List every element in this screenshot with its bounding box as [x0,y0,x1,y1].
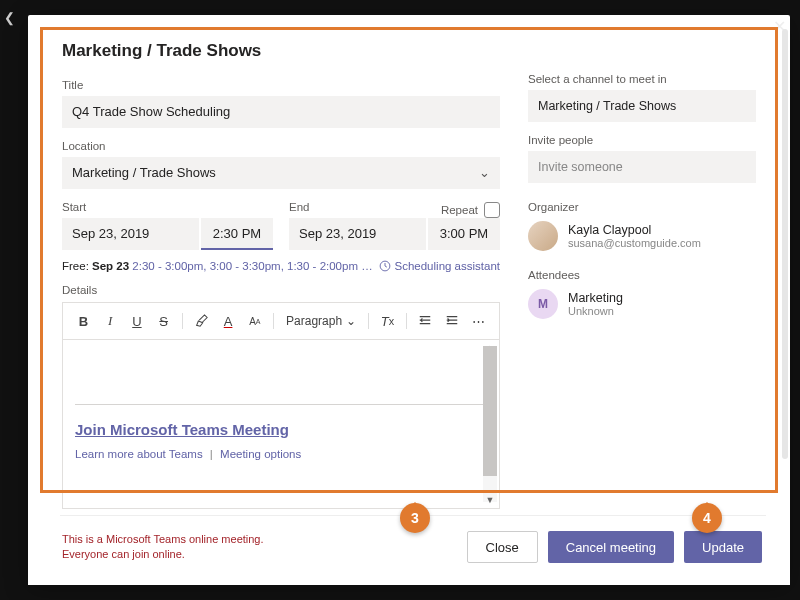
paragraph-dropdown[interactable]: Paragraph ⌄ [282,314,360,328]
learn-more-link[interactable]: Learn more about Teams [75,448,203,460]
title-input[interactable] [62,96,500,128]
back-chevron-icon: ❮ [4,10,15,25]
start-time-input[interactable] [201,218,273,250]
organizer-label: Organizer [528,201,756,213]
attendees-label: Attendees [528,269,756,281]
clock-icon [379,260,391,272]
toolbar-separator [406,313,407,329]
indent-button[interactable] [441,309,462,333]
meeting-options-link[interactable]: Meeting options [220,448,301,460]
online-meeting-note: This is a Microsoft Teams online meeting… [62,532,302,563]
attendee-avatar: M [528,289,558,319]
outdent-button[interactable] [415,309,436,333]
link-separator: | [210,448,213,460]
location-label: Location [62,140,500,152]
attendee-name: Marketing [568,291,623,305]
font-color-button[interactable]: A [218,309,239,333]
editor-scrollbar-thumb[interactable] [483,346,497,476]
channel-select[interactable]: Marketing / Trade Shows [528,90,756,122]
more-button[interactable]: ⋯ [468,309,489,333]
availability-line: Free: Sep 23 2:30 - 3:00pm, 3:00 - 3:30p… [62,260,500,272]
strike-button[interactable]: S [153,309,174,333]
editor-toolbar: B I U S A AA Paragraph ⌄ Tx ⋯ [63,303,499,340]
repeat-checkbox[interactable] [484,202,500,218]
font-size-button[interactable]: AA [244,309,265,333]
update-button[interactable]: Update [684,531,762,563]
left-column: Marketing / Trade Shows Title Location ⌄… [62,41,500,585]
italic-button[interactable]: I [100,309,121,333]
invite-input[interactable]: Invite someone [528,151,756,183]
end-label: End [289,201,309,213]
free-prefix: Free: [62,260,92,272]
scroll-down-icon[interactable]: ▼ [483,494,497,506]
free-slots[interactable]: 2:30 - 3:00pm, 3:00 - 3:30pm, 1:30 - 2:0… [132,260,372,272]
organizer-row: Kayla Claypool susana@customguide.com [528,221,756,251]
start-date-input[interactable] [62,218,199,250]
free-date: Sep 23 [92,260,129,272]
end-time-input[interactable] [428,218,500,250]
organizer-name: Kayla Claypool [568,223,701,237]
page-title: Marketing / Trade Shows [62,41,500,61]
toolbar-separator [182,313,183,329]
end-date-input[interactable] [289,218,426,250]
editor-body[interactable]: ▲ ▼ Join Microsoft Teams Meeting Learn m… [63,340,499,508]
cancel-meeting-button[interactable]: Cancel meeting [548,531,674,563]
invite-label: Invite people [528,134,756,146]
join-meeting-link[interactable]: Join Microsoft Teams Meeting [75,421,289,438]
toolbar-separator [273,313,274,329]
organizer-avatar [528,221,558,251]
details-label: Details [62,284,500,296]
details-editor: B I U S A AA Paragraph ⌄ Tx ⋯ [62,302,500,509]
attendee-row: M Marketing Unknown [528,289,756,319]
repeat-label: Repeat [441,204,478,216]
scheduling-assistant-link[interactable]: Scheduling assistant [379,260,500,272]
close-button[interactable]: Close [467,531,538,563]
organizer-email: susana@customguide.com [568,237,701,249]
clear-format-button[interactable]: Tx [377,309,398,333]
location-value[interactable] [62,157,500,189]
channel-label: Select a channel to meet in [528,73,756,85]
location-select[interactable]: ⌄ [62,157,500,189]
toolbar-separator [368,313,369,329]
chevron-down-icon: ⌄ [346,314,356,328]
right-column: Select a channel to meet in Marketing / … [528,41,756,585]
bold-button[interactable]: B [73,309,94,333]
start-label: Start [62,201,273,213]
tutorial-callout-4: 4 [692,503,722,533]
attendee-status: Unknown [568,305,623,317]
underline-button[interactable]: U [127,309,148,333]
tutorial-callout-3: 3 [400,503,430,533]
title-label: Title [62,79,500,91]
highlight-button[interactable] [191,309,212,333]
